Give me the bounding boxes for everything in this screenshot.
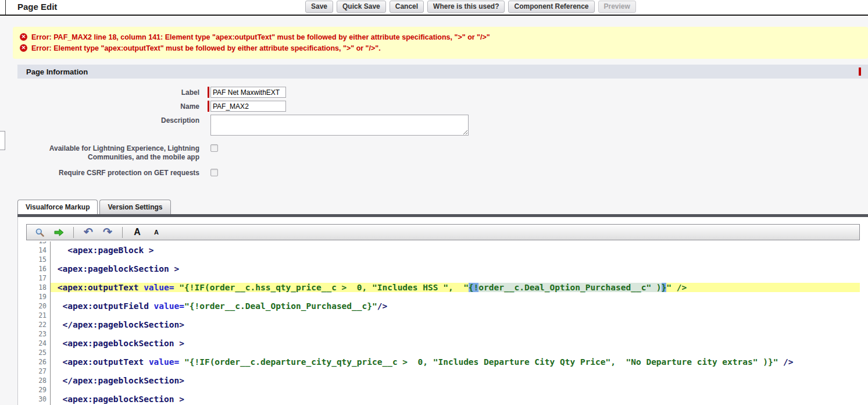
code-line[interactable]: 16 <apex:pageblockSection > [26,264,860,273]
search-icon[interactable] [34,226,45,238]
code-segment: "{!IF(order__c.departure_city_qty_price_… [179,357,783,367]
code-line[interactable]: 22 </apex:pageblockSection> [26,320,860,329]
code-line[interactable]: 15 [26,255,860,264]
line-content [51,311,860,320]
font-increase-icon[interactable]: A [131,226,143,238]
code-segment: <apex:outputField [52,301,154,311]
code-segment: <apex:pageblockSection > [52,264,179,273]
line-content [51,329,860,339]
line-number: 26 [26,357,51,367]
error-message: Error: PAF_MAX2 line 18, column 141: Ele… [31,33,490,41]
line-number: 30 [26,395,51,404]
page-edit-header: Page Edit SaveQuick SaveCancelWhere is t… [0,0,868,16]
line-content: </apex:pageblockSection> [51,376,860,385]
code-line[interactable]: 13 [26,241,860,246]
quick-save-button[interactable]: Quick Save [337,1,386,13]
code-line[interactable]: 27 [26,367,860,376]
csrf-protection-checkbox[interactable] [210,169,218,176]
code-segment: /> [377,301,387,311]
line-number: 21 [26,311,51,320]
label-field-label: Label [17,87,199,97]
tab-visualforce-markup[interactable]: Visualforce Markup [17,200,98,214]
line-number: 24 [26,339,51,348]
line-number: 27 [26,367,51,376]
error-banner: ✕Error: PAF_MAX2 line 18, column 141: El… [13,27,868,59]
toolbar-separator [73,227,74,238]
matched-bracket: {! [469,283,478,292]
component-reference-button[interactable]: Component Reference [508,1,594,13]
code-segment: " /> [666,283,687,292]
code-line[interactable]: 19 [26,292,860,301]
code-segment: <apex:pageblockSection > [52,339,184,348]
goto-line-icon[interactable] [53,226,65,238]
code-line-error-highlighted[interactable]: 18 <apex:outputText value= "{!IF(order__… [26,283,860,292]
csrf-protection-label: Require CSRF protection on GET requests [17,167,199,177]
save-button[interactable]: Save [305,1,333,13]
line-number: 13 [26,241,51,246]
where-is-this-used-button[interactable]: Where is this used? [427,1,505,13]
redo-icon[interactable]: ↷ [102,226,113,238]
code-segment: </apex:pageblockSection> [52,376,184,385]
code-line[interactable]: 21 [26,311,860,320]
code-line[interactable]: 26 <apex:outputText value= "{!IF(order__… [26,357,860,367]
error-row: ✕Error: Element type "apex:outputText" m… [20,42,861,54]
line-content: <apex:outputField value="{!order__c.Deal… [51,301,860,311]
line-number: 17 [26,273,51,283]
code-line[interactable]: 29 [26,385,860,395]
line-number: 19 [26,292,51,301]
font-decrease-icon[interactable]: A [151,226,162,238]
line-content [51,255,860,264]
content-left-border [5,0,6,15]
code-segment: value= [154,301,184,311]
line-number: 15 [26,255,51,264]
name-field-row: Name [17,101,868,112]
code-line[interactable]: 24 <apex:pageblockSection > [26,339,860,348]
editor-tabs: Visualforce MarkupVersion Settings [17,200,868,214]
code-line[interactable]: 20 <apex:outputField value="{!order__c.D… [26,301,860,311]
line-content: </apex:pageblockSection> [51,320,860,329]
line-content: <apex:pageblockSection > [51,395,860,404]
code-line[interactable]: 14 <apex:pageBlock > [26,246,860,255]
line-content [51,348,860,357]
code-segment: <apex:outputText [52,283,144,292]
page-title: Page Edit [17,2,57,12]
code-line[interactable]: 23 [26,329,860,339]
header-buttons: SaveQuick SaveCancelWhere is this used?C… [305,1,636,13]
description-textarea[interactable] [210,115,469,136]
line-number: 23 [26,329,51,339]
line-number: 28 [26,376,51,385]
label-field-row: Label [17,87,868,98]
code-segment: /> [783,357,793,367]
line-number: 25 [26,348,51,357]
code-line[interactable]: 30 <apex:pageblockSection > [26,395,860,404]
code-segment: </apex:pageblockSection> [52,320,184,329]
lightning-availability-row: Available for Lightning Experience, Ligh… [17,143,868,162]
code-segment: value= [149,357,179,367]
line-content: <apex:pageblockSection > [51,264,860,273]
code-line[interactable]: 25 [26,348,860,357]
cancel-button[interactable]: Cancel [390,1,424,13]
error-x-circle-icon: ✕ [20,44,27,52]
undo-icon[interactable]: ↶ [83,226,94,238]
line-content: <apex:outputText value= "{!IF(order__c.h… [51,283,860,292]
page-information-form: Label Name Description Available for Lig… [17,79,868,192]
line-content: <apex:pageBlock > [51,246,860,255]
code-editor[interactable]: 1314 <apex:pageBlock >1516 <apex:pageblo… [26,241,860,405]
code-segment: <apex:pageblockSection > [52,395,184,404]
sidebar-collapse-handle[interactable] [0,131,5,150]
code-line[interactable]: 17 [26,273,860,283]
page-information-subheader: Page Information [17,65,868,79]
name-input[interactable] [210,101,286,112]
label-input[interactable] [210,87,286,98]
line-content [51,367,860,376]
lightning-availability-label: Available for Lightning Experience, Ligh… [17,143,199,162]
line-content [51,385,860,395]
error-message: Error: Element type "apex:outputText" mu… [31,44,381,52]
section-title: Page Information [26,68,88,76]
line-content [51,292,860,301]
lightning-availability-checkbox[interactable] [210,144,218,152]
line-number: 20 [26,301,51,311]
tab-version-settings[interactable]: Version Settings [99,200,170,214]
code-line[interactable]: 28 </apex:pageblockSection> [26,376,860,385]
description-field-label: Description [17,115,199,125]
